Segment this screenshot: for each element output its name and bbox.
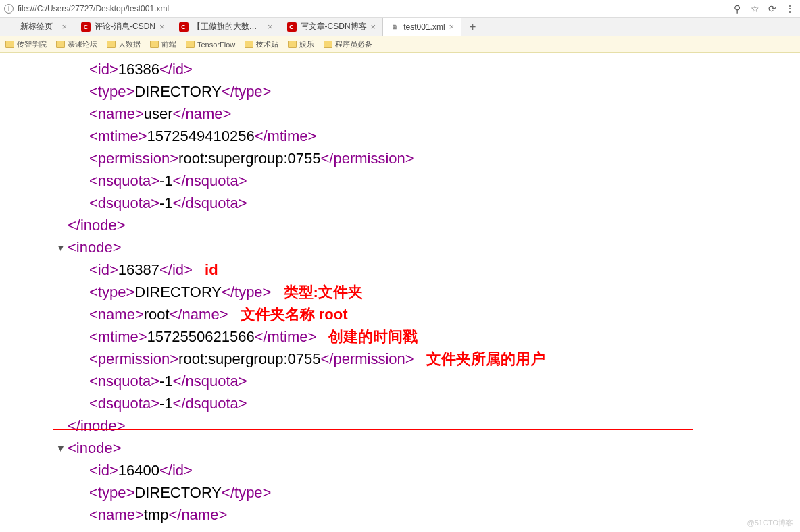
tab-favicon	[7, 22, 16, 32]
url-text[interactable]: file:///C:/Users/27727/Desktop/test001.x…	[18, 4, 726, 14]
bookmark-item[interactable]: 娱乐	[288, 39, 314, 49]
xml-line: <permission>root:supergroup:0755</permis…	[0, 348, 800, 370]
folder-icon	[288, 41, 297, 48]
xml-line: <dsquota>-1</dsquota>	[0, 192, 800, 214]
xml-line: <permission>root:supergroup:0755</permis…	[0, 147, 800, 169]
xml-line: <id>16387</id> id	[0, 259, 800, 281]
bookmark-item[interactable]: 大数据	[107, 39, 141, 49]
tab-favicon: C	[179, 22, 189, 32]
close-icon[interactable]: ×	[371, 22, 376, 32]
bookmark-label: 程序员必备	[335, 39, 372, 49]
close-icon[interactable]: ×	[159, 22, 165, 32]
new-tab-button[interactable]: +	[461, 18, 484, 36]
bookmark-label: 慕课论坛	[68, 39, 97, 49]
xml-content: <id>16386</id><type>DIRECTORY</type><nam…	[0, 53, 800, 526]
xml-line: <type>DIRECTORY</type>	[0, 80, 800, 103]
xml-line: <dsquota>-1</dsquota>	[0, 392, 800, 415]
xml-line: <mtime>1572550621566</mtime> 创建的时间戳	[0, 325, 800, 348]
xml-line: </inode>	[0, 415, 800, 437]
xml-line: <type>DIRECTORY</type> 类型:文件夹	[0, 281, 800, 303]
close-icon[interactable]: ×	[268, 22, 273, 32]
bookmark-bar: 传智学院慕课论坛大数据前端TensorFlow技术贴娱乐程序员必备	[0, 36, 800, 53]
star-icon[interactable]: ☆	[749, 3, 761, 14]
tab[interactable]: C【王傲旗的大数据之×	[172, 18, 280, 36]
reload-icon[interactable]: ⟳	[766, 3, 778, 14]
bookmark-label: 娱乐	[299, 39, 314, 49]
collapse-icon[interactable]: ▼	[54, 241, 68, 255]
folder-icon	[150, 41, 159, 48]
annotation-mtime: 创建的时间戳	[328, 328, 418, 345]
xml-line: <nsquota>-1</nsquota>	[0, 169, 800, 192]
xml-line: <id>16386</id>	[0, 58, 800, 80]
bookmark-item[interactable]: 前端	[150, 39, 176, 49]
folder-icon	[107, 41, 116, 48]
tab[interactable]: C评论-消息-CSDN×	[74, 18, 172, 36]
xml-line: ▼<inode>	[0, 236, 800, 259]
xml-line: <type>DIRECTORY</type>	[0, 481, 800, 504]
folder-icon	[245, 41, 253, 48]
xml-line: </inode>	[0, 214, 800, 236]
xml-line: <name>tmp</name>	[0, 504, 800, 526]
folder-icon	[324, 41, 332, 48]
tab-label: 评论-消息-CSDN	[95, 21, 155, 32]
info-icon[interactable]: i	[4, 4, 14, 14]
annotation-id: id	[205, 261, 218, 278]
watermark: @51CTO博客	[747, 518, 793, 528]
tab[interactable]: 新标签页×	[0, 18, 74, 36]
tab[interactable]: C写文章-CSDN博客×	[280, 18, 384, 36]
xml-line: <name>root</name> 文件夹名称 root	[0, 303, 800, 325]
bookmark-label: 大数据	[118, 39, 141, 49]
tab-strip: 新标签页×C评论-消息-CSDN×C【王傲旗的大数据之×C写文章-CSDN博客×…	[0, 18, 800, 36]
annotation-permission: 文件夹所属的用户	[426, 350, 545, 367]
bookmark-item[interactable]: TensorFlow	[186, 41, 235, 49]
tab[interactable]: 🗎test001.xml×	[383, 18, 461, 36]
bookmark-item[interactable]: 传智学院	[5, 39, 47, 49]
bookmark-item[interactable]: 慕课论坛	[56, 39, 97, 49]
xml-line: <name>user</name>	[0, 103, 800, 125]
tab-label: 写文章-CSDN博客	[301, 21, 367, 32]
menu-icon[interactable]: ⋮	[784, 3, 796, 14]
folder-icon	[5, 41, 14, 48]
bookmark-label: 前端	[161, 39, 176, 49]
bookmark-label: 技术贴	[256, 39, 278, 49]
close-icon[interactable]: ×	[449, 22, 455, 32]
bookmark-item[interactable]: 程序员必备	[324, 39, 372, 49]
folder-icon	[56, 41, 65, 48]
annotation-name: 文件夹名称 root	[241, 306, 348, 323]
xml-line: ▼<inode>	[0, 437, 800, 459]
tab-label: 新标签页	[20, 21, 57, 32]
xml-line: <nsquota>-1</nsquota>	[0, 370, 800, 392]
tab-favicon: C	[81, 22, 91, 32]
bookmark-label: TensorFlow	[197, 41, 235, 49]
address-bar: i file:///C:/Users/27727/Desktop/test001…	[0, 0, 800, 18]
tab-label: test001.xml	[403, 22, 445, 32]
xml-line: <mtime>1572549410256</mtime>	[0, 125, 800, 147]
search-icon[interactable]: ⚲	[731, 3, 743, 14]
close-icon[interactable]: ×	[61, 22, 67, 32]
bookmark-item[interactable]: 技术贴	[245, 39, 278, 49]
tab-label: 【王傲旗的大数据之	[193, 21, 264, 32]
folder-icon	[186, 41, 195, 48]
collapse-icon[interactable]: ▼	[54, 442, 68, 456]
tab-favicon: C	[287, 22, 297, 32]
annotation-type: 类型:文件夹	[284, 284, 363, 300]
tab-favicon: 🗎	[390, 22, 399, 32]
xml-line: <id>16400</id>	[0, 459, 800, 481]
bookmark-label: 传智学院	[17, 39, 47, 49]
